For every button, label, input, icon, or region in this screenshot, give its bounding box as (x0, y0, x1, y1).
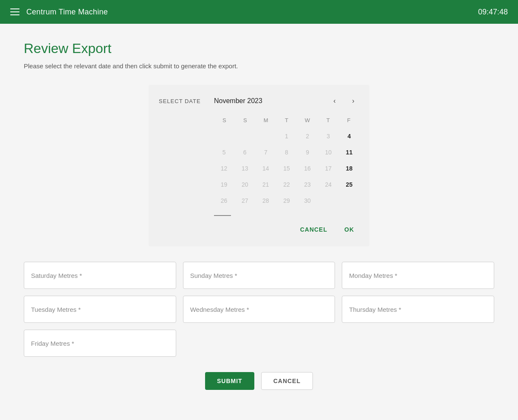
submit-button[interactable]: SUBMIT (205, 372, 254, 390)
calendar-day[interactable]: 10 (321, 145, 336, 160)
menu-icon[interactable] (10, 8, 20, 15)
tuesday-field-container: Tuesday Metres * (24, 296, 176, 323)
tuesday-input[interactable] (31, 308, 169, 315)
wednesday-field-container: Wednesday Metres * (183, 296, 335, 323)
next-month-button[interactable]: › (347, 95, 359, 107)
saturday-field-container: Saturday Metres * (24, 262, 176, 289)
calendar-day[interactable]: 27 (237, 193, 253, 208)
calendar-day[interactable]: 6 (237, 145, 253, 160)
calendar-day[interactable]: 20 (237, 177, 253, 192)
calendar-weekdays: S S M T W T F (214, 115, 359, 125)
calendar-day[interactable]: 23 (300, 177, 315, 192)
calendar-day[interactable]: 15 (279, 161, 294, 176)
fields-row-1: Saturday Metres * Sunday Metres * Monday… (24, 262, 494, 289)
topbar: Centrum Time Machine 09:47:48 (0, 0, 518, 24)
calendar-day (258, 129, 273, 144)
calendar-day[interactable]: 17 (321, 161, 336, 176)
fields-row-2: Tuesday Metres * Wednesday Metres * Thur… (24, 296, 494, 323)
calendar-day[interactable]: 25 (341, 177, 357, 192)
cancel-button[interactable]: CANCEL (261, 372, 313, 390)
calendar-day[interactable]: 13 (237, 161, 253, 176)
friday-input[interactable] (31, 342, 169, 349)
calendar-day[interactable]: 21 (258, 177, 273, 192)
calendar-day[interactable]: 9 (300, 145, 315, 160)
bottom-actions: SUBMIT CANCEL (24, 372, 494, 390)
calendar-day[interactable]: 22 (279, 177, 294, 192)
calendar-day (237, 129, 253, 144)
calendar-day[interactable]: 26 (217, 193, 232, 208)
app-title: Centrum Time Machine (26, 8, 108, 17)
weekday-tue: T (276, 115, 297, 125)
page-description: Please select the relevant date and then… (24, 62, 494, 70)
calendar-grid: S S M T W T F 12345678910111213141516171… (214, 115, 359, 208)
weekday-sat: S (214, 115, 235, 125)
weekday-thu: T (318, 115, 338, 125)
saturday-input[interactable] (31, 274, 169, 281)
calendar-header: SELECT DATE November 2023 ‹ › (159, 95, 359, 107)
page-title: Review Export (24, 41, 494, 56)
main-content: Review Export Please select the relevant… (0, 24, 518, 415)
friday-field-container: Friday Metres * (24, 330, 176, 357)
calendar-ok-button[interactable]: OK (339, 223, 359, 236)
calendar-day[interactable]: 19 (217, 177, 232, 192)
calendar-month-nav: November 2023 ‹ › (214, 95, 359, 107)
calendar-day[interactable]: 12 (217, 161, 232, 176)
calendar-month-name: November 2023 (214, 97, 262, 105)
calendar-day[interactable]: 16 (300, 161, 315, 176)
calendar-day[interactable]: 28 (258, 193, 273, 208)
calendar-day (217, 129, 232, 144)
wednesday-input[interactable] (190, 308, 328, 315)
weekday-sun: S (235, 115, 256, 125)
clock-display: 09:47:48 (478, 8, 508, 17)
calendar-day[interactable]: 18 (341, 161, 357, 176)
calendar-day[interactable]: 11 (341, 145, 357, 160)
calendar-day[interactable]: 30 (300, 193, 315, 208)
calendar-day[interactable]: 7 (258, 145, 273, 160)
calendar-days: 1234567891011121314151617181920212223242… (214, 129, 359, 208)
calendar-day[interactable]: 2 (300, 129, 315, 144)
calendar-day[interactable]: 8 (279, 145, 294, 160)
weekday-fri: F (338, 115, 359, 125)
thursday-field-container: Thursday Metres * (342, 296, 494, 323)
calendar-day[interactable]: 1 (279, 129, 294, 144)
calendar-day[interactable]: 14 (258, 161, 273, 176)
weekday-mon: M (256, 115, 276, 125)
sunday-input[interactable] (190, 274, 328, 281)
calendar-day[interactable]: 5 (217, 145, 232, 160)
thursday-input[interactable] (349, 308, 487, 315)
monday-input[interactable] (349, 274, 487, 281)
select-date-label: SELECT DATE (159, 98, 214, 104)
calendar-actions: CANCEL OK (159, 223, 359, 236)
calendar-day (321, 193, 336, 208)
weekday-wed: W (297, 115, 318, 125)
calendar-divider (214, 215, 231, 216)
calendar-day[interactable]: 3 (321, 129, 336, 144)
monday-field-container: Monday Metres * (342, 262, 494, 289)
topbar-left: Centrum Time Machine (10, 8, 108, 17)
calendar-day[interactable]: 29 (279, 193, 294, 208)
calendar-day[interactable]: 4 (341, 129, 357, 144)
sunday-field-container: Sunday Metres * (183, 262, 335, 289)
calendar-day[interactable]: 24 (321, 177, 336, 192)
prev-month-button[interactable]: ‹ (329, 95, 341, 107)
fields-row-3: Friday Metres * (24, 330, 494, 357)
calendar-widget: SELECT DATE November 2023 ‹ › S S M T W … (149, 85, 369, 246)
calendar-cancel-button[interactable]: CANCEL (295, 223, 332, 236)
